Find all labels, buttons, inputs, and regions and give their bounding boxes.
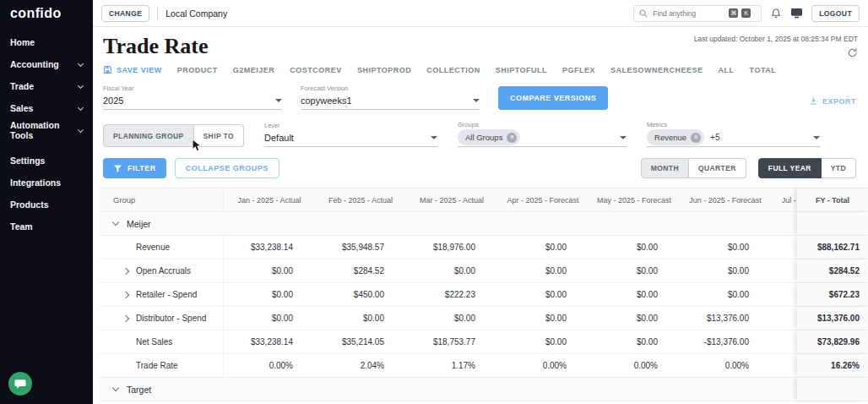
sidebar-item-sales[interactable]: Sales (0, 97, 93, 119)
column-header-jul-2025-forecast[interactable]: Jul - 2025 - Forecast (771, 188, 797, 211)
page-title: Trade Rate (103, 34, 208, 59)
level-value: Default (264, 133, 426, 143)
toggle-ship-to[interactable]: SHIP TO (194, 124, 245, 147)
table-row-distributor-spend[interactable]: Distributor - Spend$0.00$0.00$0.00$0.00$… (100, 307, 868, 330)
forecast-version-select[interactable]: Forecast Version copyweeks1 (301, 85, 480, 110)
column-header-jun-2025-forecast[interactable]: Jun - 2025 - Forecast (680, 188, 771, 211)
logout-button[interactable]: LOGOUT (811, 5, 860, 22)
table-row-open-accruals[interactable]: Open Accruals$0.00$284.52$0.00$0.00$0.00… (100, 259, 868, 283)
toggle-month[interactable]: MONTH (641, 158, 689, 178)
forecast-version-label: Forecast Version (301, 85, 480, 92)
tab-total[interactable]: TOTAL (750, 66, 777, 74)
sidebar-item-settings[interactable]: Settings (0, 150, 93, 172)
saved-view-tabs: PRODUCTG2MEIJERCOSTCOREVSHIPTOPRODCOLLEC… (177, 66, 776, 74)
tab-g2meijer[interactable]: G2MEIJER (233, 66, 275, 74)
sidebar-item-home[interactable]: Home (0, 31, 93, 53)
change-company-button[interactable]: CHANGE (101, 5, 149, 22)
cell-value: $0.00 (224, 307, 315, 330)
column-header-apr-2025-forecast[interactable]: Apr - 2025 - Forecast (497, 188, 589, 211)
cell-value: $35,214.05 (315, 330, 406, 353)
forecast-version-value: copyweeks1 (301, 96, 468, 106)
tab-shiptofull[interactable]: SHIPTOFULL (496, 66, 547, 74)
save-icon (103, 65, 112, 74)
groups-select[interactable]: Groups All Groups× (458, 121, 627, 147)
chevron-right-icon[interactable] (122, 291, 129, 298)
metrics-select[interactable]: Metrics Revenue× +5 (647, 121, 820, 147)
chevron-down-icon[interactable] (112, 219, 119, 226)
fiscal-year-select[interactable]: Fiscal Year 2025 (103, 85, 282, 110)
tab-pgflex[interactable]: PGFLEX (562, 66, 595, 74)
export-button[interactable]: EXPORT (809, 96, 856, 106)
search-input[interactable] (651, 8, 725, 19)
tab-salesownercheese[interactable]: SALESOWNERCHEESE (610, 66, 703, 74)
chip-remove-icon[interactable]: × (507, 133, 517, 143)
sidebar-item-products[interactable]: Products (0, 194, 93, 216)
metrics-label: Metrics (647, 121, 820, 128)
fy-total-value: $284.52 (797, 259, 868, 282)
filter-funnel-icon (113, 164, 122, 173)
notifications-bell-icon[interactable] (770, 8, 782, 19)
sidebar-item-label: Trade (10, 81, 34, 91)
chat-button[interactable] (8, 372, 32, 396)
level-select[interactable]: Level Default (264, 122, 437, 147)
column-header-mar-2025-actual[interactable]: Mar - 2025 - Actual (406, 188, 497, 211)
fiscal-year-value: 2025 (103, 96, 270, 106)
tab-all[interactable]: ALL (719, 66, 735, 74)
table-row-revenue[interactable]: Revenue$33,238.14$35,948.57$18,976.00$0.… (100, 236, 868, 259)
chat-icon (14, 379, 26, 390)
fy-total-header[interactable]: FY - Total (797, 188, 868, 211)
cell-value (771, 307, 797, 330)
metrics-chip[interactable]: Revenue× (647, 129, 704, 145)
sidebar-item-integrations[interactable]: Integrations (0, 172, 93, 194)
chip-remove-icon[interactable]: × (691, 133, 701, 143)
column-header-may-2025-forecast[interactable]: May - 2025 - Forecast (589, 188, 680, 211)
group-row-target[interactable]: Target (100, 378, 868, 401)
sidebar-item-accounting[interactable]: Accounting (0, 53, 93, 75)
group-mode-toggle: PLANNING GROUPSHIP TO (103, 124, 244, 147)
cell-value: $0.00 (497, 283, 589, 306)
refresh-icon[interactable] (694, 47, 858, 58)
chevron-down-icon (473, 99, 480, 102)
compare-versions-button[interactable]: COMPARE VERSIONS (498, 86, 608, 110)
chevron-right-icon[interactable] (122, 267, 129, 274)
groups-chip[interactable]: All Groups× (458, 129, 520, 145)
table-row-retailer-spend[interactable]: Retailer - Spend$0.00$450.00$222.23$0.00… (100, 283, 868, 307)
tab-costcorev[interactable]: COSTCOREV (290, 66, 342, 74)
groups-chip-label: All Groups (465, 133, 502, 142)
cell-value: -$13,376.00 (680, 330, 771, 353)
sidebar-item-label: Automation Tools (10, 120, 79, 140)
table-row-trade-rate[interactable]: Trade Rate0.00%2.04%1.17%0.00%0.00%0.00%… (100, 354, 868, 378)
collapse-groups-button[interactable]: COLLAPSE GROUPS (175, 158, 279, 178)
screen-share-icon[interactable] (790, 8, 803, 19)
topbar-divider (157, 7, 158, 20)
cell-value (771, 259, 797, 282)
save-view-button[interactable]: SAVE VIEW (103, 65, 162, 74)
toggle-planning-group[interactable]: PLANNING GROUP (103, 124, 194, 147)
column-header-jan-2025-actual[interactable]: Jan - 2025 - Actual (224, 188, 315, 211)
filter-button[interactable]: FILTER (103, 158, 166, 178)
table-body: MeijerRevenue$33,238.14$35,948.57$18,976… (100, 212, 868, 401)
sidebar-item-label: Team (10, 221, 33, 232)
group-column-header[interactable]: Group (100, 188, 224, 211)
filter-button-label: FILTER (127, 164, 156, 172)
tab-shiptoprod[interactable]: SHIPTOPROD (357, 66, 411, 74)
toggle-full-year[interactable]: FULL YEAR (758, 158, 822, 178)
table-row-net-sales[interactable]: Net Sales$33,238.14$35,214.05$18,753.77$… (100, 330, 868, 354)
metrics-more-count[interactable]: +5 (710, 133, 808, 142)
toggle-quarter[interactable]: QUARTER (689, 158, 746, 178)
sidebar-item-automation-tools[interactable]: Automation Tools (0, 119, 93, 141)
column-header-feb-2025-actual[interactable]: Feb - 2025 - Actual (315, 188, 406, 211)
export-label: EXPORT (822, 97, 856, 106)
group-name: Meijer (127, 219, 151, 229)
group-row-meijer[interactable]: Meijer (100, 212, 868, 236)
tab-collection[interactable]: COLLECTION (426, 66, 480, 74)
cell-value: $33,238.14 (224, 236, 315, 259)
sidebar-item-trade[interactable]: Trade (0, 75, 93, 97)
tab-product[interactable]: PRODUCT (177, 66, 218, 74)
sidebar-item-team[interactable]: Team (0, 216, 93, 237)
chevron-right-icon[interactable] (122, 314, 129, 321)
toggle-ytd[interactable]: YTD (822, 158, 856, 178)
metrics-chip-label: Revenue (654, 133, 686, 142)
search-box[interactable]: ⌘ K (633, 5, 762, 22)
chevron-down-icon[interactable] (112, 385, 119, 391)
